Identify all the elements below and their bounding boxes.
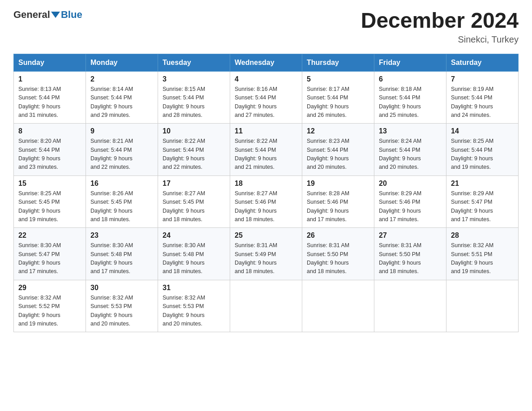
day-info: Sunrise: 8:30 AMSunset: 5:48 PMDaylight:… xyxy=(90,241,153,276)
day-info: Sunrise: 8:25 AMSunset: 5:44 PMDaylight:… xyxy=(451,137,514,172)
day-info: Sunrise: 8:28 AMSunset: 5:46 PMDaylight:… xyxy=(307,189,369,224)
day-cell-23: 23Sunrise: 8:30 AMSunset: 5:48 PMDayligh… xyxy=(86,228,158,280)
day-info: Sunrise: 8:29 AMSunset: 5:46 PMDaylight:… xyxy=(379,189,442,224)
day-cell-11: 11Sunrise: 8:22 AMSunset: 5:44 PMDayligh… xyxy=(230,124,302,176)
day-number: 3 xyxy=(163,75,225,83)
day-info: Sunrise: 8:15 AMSunset: 5:44 PMDaylight:… xyxy=(163,85,225,120)
page-header: General Blue December 2024 Sinekci, Turk… xyxy=(13,9,519,45)
day-number: 10 xyxy=(163,127,225,135)
col-header-wednesday: Wednesday xyxy=(230,54,302,71)
logo-blue-text: Blue xyxy=(61,9,82,21)
day-info: Sunrise: 8:30 AMSunset: 5:48 PMDaylight:… xyxy=(163,241,225,276)
day-info: Sunrise: 8:30 AMSunset: 5:47 PMDaylight:… xyxy=(18,241,81,276)
day-cell-16: 16Sunrise: 8:26 AMSunset: 5:45 PMDayligh… xyxy=(86,176,158,228)
day-number: 20 xyxy=(379,180,442,188)
day-cell-2: 2Sunrise: 8:14 AMSunset: 5:44 PMDaylight… xyxy=(86,71,158,124)
day-cell-30: 30Sunrise: 8:32 AMSunset: 5:53 PMDayligh… xyxy=(86,280,158,332)
day-cell-29: 29Sunrise: 8:32 AMSunset: 5:52 PMDayligh… xyxy=(14,280,86,332)
day-cell-6: 6Sunrise: 8:18 AMSunset: 5:44 PMDaylight… xyxy=(374,71,446,124)
logo-general-text: General xyxy=(13,9,50,21)
location-subtitle: Sinekci, Turkey xyxy=(361,34,519,45)
day-cell-4: 4Sunrise: 8:16 AMSunset: 5:44 PMDaylight… xyxy=(230,71,302,124)
day-info: Sunrise: 8:22 AMSunset: 5:44 PMDaylight:… xyxy=(163,137,225,172)
empty-cell xyxy=(230,280,302,332)
calendar-week-3: 15Sunrise: 8:25 AMSunset: 5:45 PMDayligh… xyxy=(14,176,519,228)
day-cell-25: 25Sunrise: 8:31 AMSunset: 5:49 PMDayligh… xyxy=(230,228,302,280)
day-info: Sunrise: 8:29 AMSunset: 5:47 PMDaylight:… xyxy=(451,189,514,224)
day-cell-20: 20Sunrise: 8:29 AMSunset: 5:46 PMDayligh… xyxy=(374,176,446,228)
col-header-tuesday: Tuesday xyxy=(158,54,230,71)
day-cell-14: 14Sunrise: 8:25 AMSunset: 5:44 PMDayligh… xyxy=(446,124,519,176)
day-number: 6 xyxy=(379,75,442,83)
calendar-week-2: 8Sunrise: 8:20 AMSunset: 5:44 PMDaylight… xyxy=(14,124,519,176)
month-year-title: December 2024 xyxy=(361,9,519,33)
day-number: 28 xyxy=(451,231,514,240)
day-info: Sunrise: 8:21 AMSunset: 5:44 PMDaylight:… xyxy=(90,137,153,172)
day-cell-5: 5Sunrise: 8:17 AMSunset: 5:44 PMDaylight… xyxy=(302,71,374,124)
day-number: 16 xyxy=(90,180,153,188)
day-cell-17: 17Sunrise: 8:27 AMSunset: 5:45 PMDayligh… xyxy=(158,176,230,228)
col-header-friday: Friday xyxy=(374,54,446,71)
calendar-header-row: SundayMondayTuesdayWednesdayThursdayFrid… xyxy=(14,54,519,71)
day-cell-26: 26Sunrise: 8:31 AMSunset: 5:50 PMDayligh… xyxy=(302,228,374,280)
day-info: Sunrise: 8:20 AMSunset: 5:44 PMDaylight:… xyxy=(18,137,81,172)
empty-cell xyxy=(302,280,374,332)
day-info: Sunrise: 8:27 AMSunset: 5:46 PMDaylight:… xyxy=(235,189,297,224)
day-info: Sunrise: 8:32 AMSunset: 5:51 PMDaylight:… xyxy=(451,241,514,276)
day-info: Sunrise: 8:31 AMSunset: 5:50 PMDaylight:… xyxy=(379,241,442,276)
day-cell-18: 18Sunrise: 8:27 AMSunset: 5:46 PMDayligh… xyxy=(230,176,302,228)
title-block: December 2024 Sinekci, Turkey xyxy=(361,9,519,45)
day-cell-24: 24Sunrise: 8:30 AMSunset: 5:48 PMDayligh… xyxy=(158,228,230,280)
empty-cell xyxy=(446,280,519,332)
calendar-week-4: 22Sunrise: 8:30 AMSunset: 5:47 PMDayligh… xyxy=(14,228,519,280)
day-cell-22: 22Sunrise: 8:30 AMSunset: 5:47 PMDayligh… xyxy=(14,228,86,280)
day-number: 17 xyxy=(163,180,225,188)
day-cell-19: 19Sunrise: 8:28 AMSunset: 5:46 PMDayligh… xyxy=(302,176,374,228)
calendar-week-5: 29Sunrise: 8:32 AMSunset: 5:52 PMDayligh… xyxy=(14,280,519,332)
day-number: 21 xyxy=(451,180,514,188)
day-number: 26 xyxy=(307,231,369,240)
day-number: 1 xyxy=(18,75,81,83)
day-number: 11 xyxy=(235,127,297,135)
col-header-saturday: Saturday xyxy=(446,54,519,71)
day-number: 14 xyxy=(451,127,514,135)
day-info: Sunrise: 8:16 AMSunset: 5:44 PMDaylight:… xyxy=(235,85,297,120)
day-number: 15 xyxy=(18,180,81,188)
day-info: Sunrise: 8:32 AMSunset: 5:52 PMDaylight:… xyxy=(18,294,81,329)
day-number: 29 xyxy=(18,284,81,292)
day-cell-13: 13Sunrise: 8:24 AMSunset: 5:44 PMDayligh… xyxy=(374,124,446,176)
day-number: 18 xyxy=(235,180,297,188)
day-number: 24 xyxy=(163,231,225,240)
logo-arrow-icon xyxy=(51,12,60,18)
calendar-table: SundayMondayTuesdayWednesdayThursdayFrid… xyxy=(13,54,519,333)
day-number: 9 xyxy=(90,127,153,135)
day-info: Sunrise: 8:17 AMSunset: 5:44 PMDaylight:… xyxy=(307,85,369,120)
day-info: Sunrise: 8:26 AMSunset: 5:45 PMDaylight:… xyxy=(90,189,153,224)
day-cell-15: 15Sunrise: 8:25 AMSunset: 5:45 PMDayligh… xyxy=(14,176,86,228)
logo: General Blue xyxy=(13,9,82,21)
col-header-monday: Monday xyxy=(86,54,158,71)
day-number: 30 xyxy=(90,284,153,292)
day-info: Sunrise: 8:32 AMSunset: 5:53 PMDaylight:… xyxy=(163,294,225,329)
day-cell-7: 7Sunrise: 8:19 AMSunset: 5:44 PMDaylight… xyxy=(446,71,519,124)
day-info: Sunrise: 8:22 AMSunset: 5:44 PMDaylight:… xyxy=(235,137,297,172)
day-cell-12: 12Sunrise: 8:23 AMSunset: 5:44 PMDayligh… xyxy=(302,124,374,176)
day-info: Sunrise: 8:27 AMSunset: 5:45 PMDaylight:… xyxy=(163,189,225,224)
day-info: Sunrise: 8:31 AMSunset: 5:49 PMDaylight:… xyxy=(235,241,297,276)
day-number: 19 xyxy=(307,180,369,188)
day-info: Sunrise: 8:32 AMSunset: 5:53 PMDaylight:… xyxy=(90,294,153,329)
day-cell-1: 1Sunrise: 8:13 AMSunset: 5:44 PMDaylight… xyxy=(14,71,86,124)
day-cell-9: 9Sunrise: 8:21 AMSunset: 5:44 PMDaylight… xyxy=(86,124,158,176)
col-header-thursday: Thursday xyxy=(302,54,374,71)
day-cell-27: 27Sunrise: 8:31 AMSunset: 5:50 PMDayligh… xyxy=(374,228,446,280)
day-info: Sunrise: 8:24 AMSunset: 5:44 PMDaylight:… xyxy=(379,137,442,172)
day-number: 5 xyxy=(307,75,369,83)
day-info: Sunrise: 8:31 AMSunset: 5:50 PMDaylight:… xyxy=(307,241,369,276)
day-cell-3: 3Sunrise: 8:15 AMSunset: 5:44 PMDaylight… xyxy=(158,71,230,124)
day-number: 22 xyxy=(18,231,81,240)
calendar-week-1: 1Sunrise: 8:13 AMSunset: 5:44 PMDaylight… xyxy=(14,71,519,124)
day-info: Sunrise: 8:14 AMSunset: 5:44 PMDaylight:… xyxy=(90,85,153,120)
empty-cell xyxy=(374,280,446,332)
day-cell-28: 28Sunrise: 8:32 AMSunset: 5:51 PMDayligh… xyxy=(446,228,519,280)
col-header-sunday: Sunday xyxy=(14,54,86,71)
